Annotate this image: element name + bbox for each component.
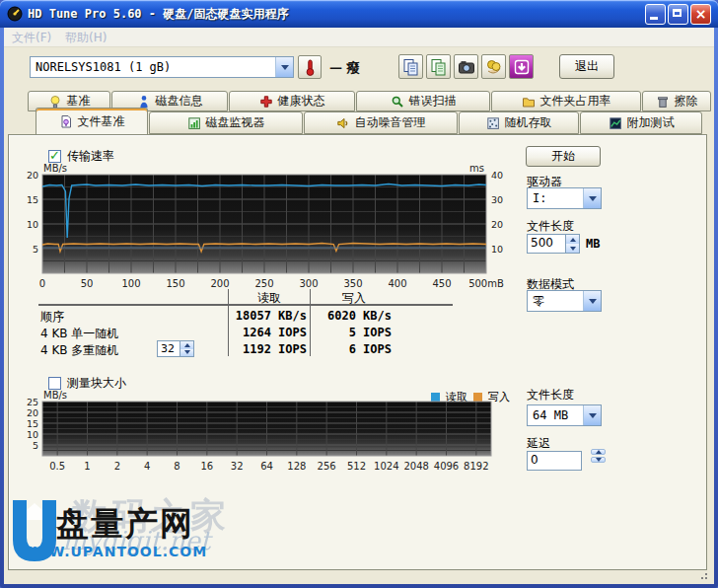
client-area: 文件(F) 帮助(H) NORELSYS1081 (1 gB) — 癈 [4,28,714,584]
spin-down-button[interactable] [591,457,606,463]
svg-text:1: 1 [84,461,90,472]
start-button[interactable]: 开始 [526,146,601,167]
folder-usage-icon [522,95,536,109]
svg-text:5: 5 [33,440,38,451]
tab-file-benchmark[interactable]: 文件基准 [36,108,148,134]
svg-text:150: 150 [166,278,184,289]
svg-text:32: 32 [231,461,244,472]
svg-text:10: 10 [27,429,38,440]
drive-combo-arrow[interactable] [583,188,601,208]
table-row-write: 6 IOPS [293,342,392,356]
file-length-label: 文件长度 [527,218,574,235]
start-button-label: 开始 [551,148,575,165]
svg-text:256: 256 [318,461,336,472]
spin-up-button[interactable] [566,235,579,244]
copy-image-button[interactable] [426,54,451,79]
tab-label: 磁盘监视器 [206,114,265,131]
screenshot-button[interactable] [454,54,478,79]
tab-label: 健康状态 [278,93,325,110]
file-length2-value: 64 MB [528,408,583,422]
svg-text:2048: 2048 [403,461,428,472]
tab-erase[interactable]: 擦除 [642,91,711,111]
disk-monitor-icon [187,116,201,130]
close-button[interactable]: × [690,4,711,25]
file-length2-arrow[interactable] [583,405,601,425]
spin-up-button[interactable] [591,449,606,455]
tab-label: 附加测试 [627,114,675,131]
health-cross-icon [259,95,273,109]
drive-select[interactable]: NORELSYS1081 (1 gB) [30,56,294,78]
tab-health[interactable]: 健康状态 [229,91,355,111]
copy-text-button[interactable] [398,54,423,79]
svg-text:8: 8 [174,461,180,472]
svg-text:0: 0 [39,278,45,289]
spin-down-button[interactable] [566,244,579,253]
svg-text:20: 20 [27,170,38,181]
chevron-down-icon [589,413,597,418]
menu-file[interactable]: 文件(F) [12,30,51,46]
disk-info-icon [137,95,151,109]
benchmark-bulb-icon [48,95,62,109]
delay-spinner[interactable] [591,449,606,463]
file-benchmark-page: 传输速率 开始 5101520MB/s10203040ms05010015020… [8,134,707,570]
minimize-icon [650,17,658,20]
tab-folder-usage[interactable]: 文件夹占用率 [491,91,641,111]
svg-text:20: 20 [491,219,503,230]
svg-text:15: 15 [27,194,38,205]
file-length-spinner[interactable]: 500 [527,234,580,254]
svg-text:2: 2 [114,461,120,472]
drive-select-value: NORELSYS1081 (1 gB) [31,60,275,74]
svg-text:500mB: 500mB [468,278,504,289]
download-button[interactable] [509,54,534,79]
watermark-site-name: 盘量产网 [56,502,194,547]
svg-text:40: 40 [491,170,503,181]
svg-text:10: 10 [27,219,38,230]
tab-extra-tests[interactable]: 附加测试 [580,111,702,134]
svg-text:25: 25 [27,397,38,407]
data-mode-combo[interactable]: 零 [527,290,602,312]
tab-auto-acoustic[interactable]: 自动噪音管理 [304,111,458,134]
tab-error-scan[interactable]: 错误扫描 [356,91,490,111]
tab-label: 擦除 [675,93,698,110]
tab-label: 错误扫描 [409,93,457,110]
exit-button[interactable]: 退出 [559,54,614,79]
app-icon [7,6,23,22]
download-icon [513,58,531,76]
svg-text:16: 16 [200,461,213,472]
svg-text:450: 450 [432,278,451,289]
drive-combo[interactable]: I: [527,187,602,209]
donate-icon [485,58,503,76]
data-mode-arrow[interactable] [583,291,601,311]
svg-text:20: 20 [27,407,38,418]
svg-text:512: 512 [347,461,366,472]
donate-button[interactable] [481,54,506,79]
title-bar: HD Tune Pro 5.60 - 硬盘/固态硬盘实用程序 × [0,0,718,28]
file-length2-combo[interactable]: 64 MB [527,404,602,426]
maximize-button[interactable] [668,4,688,25]
menu-help[interactable]: 帮助(H) [65,30,107,46]
delay-label: 延迟 [527,435,550,452]
block-size-chart: 510152025MB/s0.5124816326412825651210242… [25,388,518,481]
arrow-up-icon [596,450,602,454]
tab-random-access[interactable]: 随机存取 [459,111,579,134]
drive-combo-value: I: [528,191,583,205]
minimize-button[interactable] [645,4,666,25]
svg-text:300: 300 [299,278,318,289]
file-length-value[interactable]: 500 [527,234,566,254]
tab-disk-monitor[interactable]: 磁盘监视器 [149,111,303,134]
spin-down-button[interactable] [180,349,193,357]
drive-select-arrow[interactable] [275,57,293,77]
svg-text:50: 50 [81,278,94,289]
camera-icon [458,58,475,76]
watermark-site-url: WWW.UPANTOOL.COM [17,544,207,559]
delay-value[interactable]: 0 [527,451,582,471]
spin-up-button[interactable] [180,341,193,349]
queue-depth-spinner[interactable]: 32 [157,340,194,357]
tab-label: 文件基准 [78,113,125,130]
svg-text:4096: 4096 [434,461,459,472]
menu-bar: 文件(F) 帮助(H) [4,28,714,47]
queue-depth-value[interactable]: 32 [157,340,180,357]
resize-grip[interactable] [699,569,711,581]
extra-tests-icon [609,116,622,130]
temperature-button[interactable] [298,55,322,79]
